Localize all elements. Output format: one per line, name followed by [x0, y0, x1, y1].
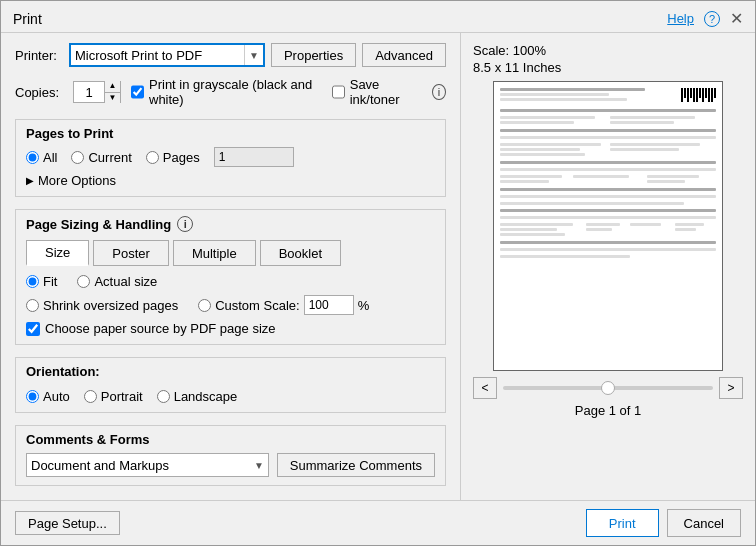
auto-label: Auto [43, 389, 70, 404]
page-sizing-info-icon[interactable]: i [177, 216, 193, 232]
slider-thumb [601, 381, 615, 395]
current-page-radio[interactable] [71, 151, 84, 164]
doc-line [500, 180, 549, 183]
close-icon[interactable]: ✕ [730, 9, 743, 28]
all-pages-radio[interactable] [26, 151, 39, 164]
paper-size-text: 8.5 x 11 Inches [473, 60, 743, 75]
copies-row: Copies: ▲ ▼ Print in grayscale (black an… [15, 77, 446, 107]
comments-dropdown-arrow[interactable]: ▼ [254, 460, 264, 471]
pages-radio-label[interactable]: Pages [146, 150, 200, 165]
fit-radio-label[interactable]: Fit [26, 274, 57, 289]
pages-radio[interactable] [146, 151, 159, 164]
doc-line [500, 129, 716, 132]
left-panel: Printer: Microsoft Print to PDF ▼ Proper… [1, 33, 461, 500]
tab-buttons: Size Poster Multiple Booklet [26, 240, 435, 266]
preview-document [494, 82, 722, 370]
printer-select-wrap[interactable]: Microsoft Print to PDF ▼ [69, 43, 265, 67]
sizing-radio-row-2: Shrink oversized pages Custom Scale: % [26, 295, 435, 315]
custom-scale-input[interactable] [304, 295, 354, 315]
right-controls: Print in grayscale (black and white) Sav… [131, 77, 446, 107]
doc-line [500, 216, 716, 219]
doc-line [500, 98, 627, 101]
printer-dropdown-arrow[interactable]: ▼ [244, 45, 259, 65]
copies-up-btn[interactable]: ▲ [104, 81, 120, 93]
auto-orientation-label[interactable]: Auto [26, 389, 70, 404]
save-ink-info-icon[interactable]: i [432, 84, 446, 100]
landscape-label: Landscape [174, 389, 238, 404]
actual-size-label: Actual size [94, 274, 157, 289]
doc-line [500, 148, 580, 151]
page-count: Page 1 of 1 [575, 403, 642, 418]
doc-line [500, 195, 716, 198]
poster-tab[interactable]: Poster [93, 240, 169, 266]
doc-header [500, 88, 716, 103]
printer-value: Microsoft Print to PDF [75, 48, 244, 63]
size-tab[interactable]: Size [26, 240, 89, 266]
copies-input[interactable] [74, 85, 104, 100]
landscape-radio[interactable] [157, 390, 170, 403]
more-options-toggle[interactable]: ▶ More Options [26, 173, 435, 188]
doc-line [500, 93, 609, 96]
advanced-button[interactable]: Advanced [362, 43, 446, 67]
choose-paper-checkbox[interactable] [26, 322, 40, 336]
actual-size-radio[interactable] [77, 275, 90, 288]
custom-scale-radio[interactable] [198, 299, 211, 312]
bottom-right: Print Cancel [586, 509, 741, 537]
fit-radio[interactable] [26, 275, 39, 288]
doc-line [500, 161, 716, 164]
dialog-title: Print [13, 11, 42, 27]
properties-button[interactable]: Properties [271, 43, 356, 67]
shrink-radio-label[interactable]: Shrink oversized pages [26, 298, 178, 313]
page-sizing-title-row: Page Sizing & Handling i [26, 216, 435, 232]
copies-spinner[interactable]: ▲ ▼ [73, 81, 121, 103]
multiple-tab[interactable]: Multiple [173, 240, 256, 266]
pages-to-print-title: Pages to Print [26, 126, 435, 141]
choose-paper-row: Choose paper source by PDF page size [26, 321, 435, 336]
portrait-orientation-label[interactable]: Portrait [84, 389, 143, 404]
grayscale-checkbox[interactable] [131, 85, 144, 99]
pages-to-print-section: Pages to Print All Current Pages [15, 119, 446, 197]
choose-paper-checkbox-label[interactable]: Choose paper source by PDF page size [26, 321, 276, 336]
doc-line [630, 223, 661, 226]
next-page-button[interactable]: > [719, 377, 743, 399]
comments-select[interactable]: Document and Markups ▼ [26, 453, 269, 477]
portrait-radio[interactable] [84, 390, 97, 403]
save-ink-checkbox[interactable] [332, 85, 345, 99]
doc-line [500, 168, 716, 171]
copies-down-btn[interactable]: ▼ [104, 93, 120, 104]
shrink-radio[interactable] [26, 299, 39, 312]
actual-size-radio-label[interactable]: Actual size [77, 274, 157, 289]
copies-label: Copies: [15, 85, 63, 100]
help-link[interactable]: Help [667, 11, 694, 26]
doc-line [573, 175, 628, 178]
barcode [681, 88, 716, 103]
grayscale-checkbox-label[interactable]: Print in grayscale (black and white) [131, 77, 318, 107]
summarize-comments-button[interactable]: Summarize Comments [277, 453, 435, 477]
page-slider[interactable] [503, 386, 713, 390]
booklet-tab[interactable]: Booklet [260, 240, 341, 266]
auto-orientation-radio[interactable] [26, 390, 39, 403]
save-ink-checkbox-label[interactable]: Save ink/toner [332, 77, 418, 107]
doc-line [500, 109, 716, 112]
comments-forms-section: Comments & Forms Document and Markups ▼ … [15, 425, 446, 486]
doc-line [500, 143, 601, 146]
sizing-radio-row: Fit Actual size [26, 274, 435, 289]
doc-line [500, 121, 574, 124]
pages-input[interactable] [214, 147, 294, 167]
custom-scale-radio-label[interactable]: Custom Scale: [198, 298, 300, 313]
comments-select-text: Document and Markups [31, 458, 254, 473]
portrait-label: Portrait [101, 389, 143, 404]
doc-line [610, 143, 700, 146]
doc-line [500, 228, 557, 231]
prev-page-button[interactable]: < [473, 377, 497, 399]
all-pages-radio-label[interactable]: All [26, 150, 57, 165]
custom-scale-label: Custom Scale: [215, 298, 300, 313]
current-page-radio-label[interactable]: Current [71, 150, 131, 165]
scale-info: Scale: 100% 8.5 x 11 Inches [473, 43, 743, 81]
doc-line [675, 223, 704, 226]
navigation-row: < > [473, 377, 743, 399]
page-setup-button[interactable]: Page Setup... [15, 511, 120, 535]
cancel-button[interactable]: Cancel [667, 509, 741, 537]
print-button[interactable]: Print [586, 509, 659, 537]
landscape-orientation-label[interactable]: Landscape [157, 389, 238, 404]
